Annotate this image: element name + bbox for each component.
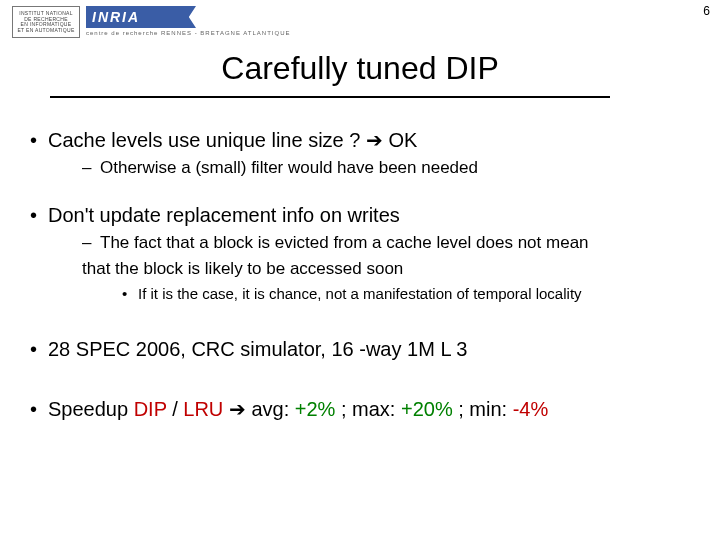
bullet-text: Don't update replacement info on writes bbox=[48, 204, 400, 226]
bullet-text: OK bbox=[383, 129, 417, 151]
arrow-icon: ➔ bbox=[223, 398, 251, 420]
bullet-icon: • bbox=[30, 204, 48, 227]
bullet-icon: • bbox=[30, 398, 48, 421]
bullet-text: ; bbox=[335, 398, 352, 420]
value-min: -4% bbox=[513, 398, 549, 420]
bullet-text: min: bbox=[469, 398, 512, 420]
bullet-icon: • bbox=[30, 338, 48, 361]
value-avg: +2% bbox=[295, 398, 336, 420]
inria-logo-text: INRIA bbox=[92, 6, 140, 28]
page-number: 6 bbox=[703, 4, 710, 18]
bullet-text: / bbox=[167, 398, 184, 420]
inria-subtext: centre de recherche RENNES - BRETAGNE AT… bbox=[86, 30, 291, 36]
sub-bullet-continuation: that the block is likely to be accessed … bbox=[82, 259, 696, 279]
inria-logo-notch bbox=[178, 6, 196, 28]
bullet-text: max: bbox=[352, 398, 401, 420]
bullet-item: •Cache levels use unique line size ? ➔ O… bbox=[30, 128, 696, 152]
sub-bullet-item: –Otherwise a (small) filter would have b… bbox=[82, 158, 696, 178]
bullet-icon: • bbox=[30, 129, 48, 152]
bullet-item: •Don't update replacement info on writes bbox=[30, 204, 696, 227]
highlight-lru: LRU bbox=[183, 398, 223, 420]
inria-logo: INRIA centre de recherche RENNES - BRETA… bbox=[86, 6, 291, 36]
logo-text-line: ET EN AUTOMATIQUE bbox=[17, 28, 74, 34]
institute-logo: INSTITUT NATIONAL DE RECHERCHE EN INFORM… bbox=[12, 6, 80, 38]
slide-title: Carefully tuned DIP bbox=[0, 50, 720, 87]
slide-content: •Cache levels use unique line size ? ➔ O… bbox=[30, 128, 696, 427]
logo-area: INSTITUT NATIONAL DE RECHERCHE EN INFORM… bbox=[12, 6, 291, 38]
bullet-text: avg: bbox=[251, 398, 294, 420]
arrow-icon: ➔ bbox=[366, 129, 383, 151]
dash-icon: – bbox=[82, 158, 100, 178]
dash-icon: – bbox=[82, 233, 100, 253]
value-max: +20% bbox=[401, 398, 453, 420]
sub-sub-bullet-item: •If it is the case, it is chance, not a … bbox=[122, 285, 696, 302]
sub-sub-bullet-text: If it is the case, it is chance, not a m… bbox=[138, 285, 582, 302]
highlight-dip: DIP bbox=[134, 398, 167, 420]
bullet-icon: • bbox=[122, 285, 138, 302]
bullet-text: Cache levels use unique line size ? bbox=[48, 129, 366, 151]
sub-bullet-text: The fact that a block is evicted from a … bbox=[100, 233, 589, 252]
title-underline bbox=[50, 96, 610, 98]
bullet-text: 28 SPEC 2006, CRC simulator, 16 -way 1M … bbox=[48, 338, 467, 360]
bullet-item: •Speedup DIP / LRU ➔ avg: +2% ; max: +20… bbox=[30, 397, 696, 421]
bullet-text: Speedup bbox=[48, 398, 134, 420]
bullet-item: •28 SPEC 2006, CRC simulator, 16 -way 1M… bbox=[30, 338, 696, 361]
sub-bullet-text: that the block is likely to be accessed … bbox=[82, 259, 403, 278]
bullet-text: ; bbox=[453, 398, 470, 420]
sub-bullet-item: –The fact that a block is evicted from a… bbox=[82, 233, 696, 253]
inria-logo-box: INRIA bbox=[86, 6, 196, 28]
sub-bullet-text: Otherwise a (small) filter would have be… bbox=[100, 158, 478, 177]
